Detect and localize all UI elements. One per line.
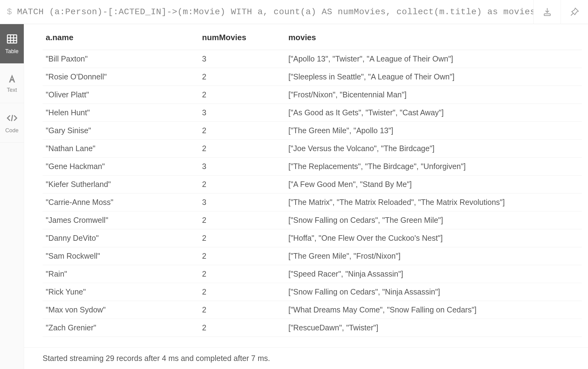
cell-name: "Carrie-Anne Moss" (43, 193, 199, 211)
cell-name: "Bill Paxton" (43, 50, 199, 68)
tab-table-label: Table (5, 48, 19, 55)
table-row[interactable]: "Nathan Lane"2["Joe Versus the Volcano",… (43, 140, 582, 158)
view-sidebar: Table Text Code (0, 24, 24, 369)
cell-movies: ["Joe Versus the Volcano", "The Birdcage… (285, 140, 582, 158)
cell-nummovies: 2 (199, 68, 285, 86)
cell-name: "Helen Hunt" (43, 104, 199, 122)
col-header-movies[interactable]: movies (285, 27, 582, 50)
cell-name: "Sam Rockwell" (43, 247, 199, 265)
col-header-nummovies[interactable]: numMovies (199, 27, 285, 50)
table-row[interactable]: "Carrie-Anne Moss"3["The Matrix", "The M… (43, 193, 582, 211)
col-header-name[interactable]: a.name (43, 27, 199, 50)
cell-movies: ["What Dreams May Come", "Snow Falling o… (285, 301, 582, 319)
query-string: MATCH (a:Person)-[:ACTED_IN]->(m:Movie) … (17, 7, 533, 17)
cell-name: "Rick Yune" (43, 283, 199, 301)
table-row[interactable]: "Sam Rockwell"2["The Green Mile", "Frost… (43, 247, 582, 265)
table-row[interactable]: "Rain"2["Speed Racer", "Ninja Assassin"] (43, 265, 582, 283)
table-row[interactable]: "Gary Sinise"2["The Green Mile", "Apollo… (43, 122, 582, 140)
cell-movies: ["Sleepless in Seattle", "A League of Th… (285, 68, 582, 86)
results-table-wrap: a.name numMovies movies "Bill Paxton"3["… (24, 24, 588, 347)
text-icon (7, 73, 17, 84)
query-text[interactable]: $ MATCH (a:Person)-[:ACTED_IN]->(m:Movie… (0, 7, 533, 17)
table-row[interactable]: "Gene Hackman"3["The Replacements", "The… (43, 158, 582, 176)
cell-nummovies: 2 (199, 176, 285, 193)
table-row[interactable]: "Zach Grenier"2["RescueDawn", "Twister"] (43, 319, 582, 337)
cell-nummovies: 2 (199, 122, 285, 140)
cell-name: "Nathan Lane" (43, 140, 199, 158)
cell-name: "Rosie O'Donnell" (43, 68, 199, 86)
cell-movies: ["Speed Racer", "Ninja Assassin"] (285, 265, 582, 283)
cell-movies: ["RescueDawn", "Twister"] (285, 319, 582, 337)
tab-table[interactable]: Table (0, 24, 24, 64)
cell-nummovies: 2 (199, 301, 285, 319)
cell-name: "Oliver Platt" (43, 86, 199, 104)
cell-movies: ["A Few Good Men", "Stand By Me"] (285, 176, 582, 193)
cell-movies: ["The Replacements", "The Birdcage", "Un… (285, 158, 582, 176)
tab-text[interactable]: Text (0, 64, 24, 103)
table-row[interactable]: "Kiefer Sutherland"2["A Few Good Men", "… (43, 176, 582, 193)
status-text: Started streaming 29 records after 4 ms … (43, 354, 270, 363)
cell-nummovies: 2 (199, 265, 285, 283)
svg-line-6 (11, 115, 12, 121)
cell-nummovies: 2 (199, 86, 285, 104)
tab-text-label: Text (7, 87, 17, 93)
cell-nummovies: 2 (199, 283, 285, 301)
prompt-symbol: $ (7, 7, 12, 17)
cell-name: "Kiefer Sutherland" (43, 176, 199, 193)
table-row[interactable]: "Rosie O'Donnell"2["Sleepless in Seattle… (43, 68, 582, 86)
cell-name: "Gary Sinise" (43, 122, 199, 140)
cell-nummovies: 2 (199, 229, 285, 247)
table-row[interactable]: "Rick Yune"2["Snow Falling on Cedars", "… (43, 283, 582, 301)
cell-movies: ["The Green Mile", "Frost/Nixon"] (285, 247, 582, 265)
cell-movies: ["Frost/Nixon", "Bicentennial Man"] (285, 86, 582, 104)
table-row[interactable]: "Oliver Platt"2["Frost/Nixon", "Bicenten… (43, 86, 582, 104)
cell-nummovies: 3 (199, 104, 285, 122)
cell-nummovies: 3 (199, 50, 285, 68)
export-button[interactable] (534, 0, 561, 24)
table-row[interactable]: "Danny DeVito"2["Hoffa", "One Flew Over … (43, 229, 582, 247)
cell-movies: ["Apollo 13", "Twister", "A League of Th… (285, 50, 582, 68)
cell-name: "Gene Hackman" (43, 158, 199, 176)
pin-button[interactable] (561, 0, 588, 24)
cell-movies: ["The Matrix", "The Matrix Reloaded", "T… (285, 193, 582, 211)
pin-icon (569, 7, 580, 17)
cell-name: "Zach Grenier" (43, 319, 199, 337)
cell-nummovies: 2 (199, 319, 285, 337)
table-row[interactable]: "Max von Sydow"2["What Dreams May Come",… (43, 301, 582, 319)
cell-movies: ["Snow Falling on Cedars", "The Green Mi… (285, 211, 582, 229)
cell-movies: ["The Green Mile", "Apollo 13"] (285, 122, 582, 140)
cell-name: "Danny DeVito" (43, 229, 199, 247)
cell-name: "Rain" (43, 265, 199, 283)
topbar-actions (533, 0, 588, 24)
download-icon (542, 7, 552, 17)
table-icon (6, 33, 18, 45)
cell-movies: ["Snow Falling on Cedars", "Ninja Assass… (285, 283, 582, 301)
cell-name: "Max von Sydow" (43, 301, 199, 319)
table-row[interactable]: "Bill Paxton"3["Apollo 13", "Twister", "… (43, 50, 582, 68)
svg-rect-0 (544, 14, 550, 15)
cell-nummovies: 3 (199, 193, 285, 211)
cell-nummovies: 3 (199, 158, 285, 176)
code-icon (6, 112, 18, 124)
tab-code[interactable]: Code (0, 103, 24, 143)
table-row[interactable]: "Helen Hunt"3["As Good as It Gets", "Twi… (43, 104, 582, 122)
tab-code-label: Code (5, 127, 19, 134)
cell-nummovies: 2 (199, 211, 285, 229)
table-body: "Bill Paxton"3["Apollo 13", "Twister", "… (43, 50, 582, 337)
cell-movies: ["Hoffa", "One Flew Over the Cuckoo's Ne… (285, 229, 582, 247)
table-row[interactable]: "James Cromwell"2["Snow Falling on Cedar… (43, 211, 582, 229)
query-bar: $ MATCH (a:Person)-[:ACTED_IN]->(m:Movie… (0, 0, 588, 24)
cell-movies: ["As Good as It Gets", "Twister", "Cast … (285, 104, 582, 122)
cell-name: "James Cromwell" (43, 211, 199, 229)
cell-nummovies: 2 (199, 247, 285, 265)
status-footer: Started streaming 29 records after 4 ms … (24, 347, 588, 369)
svg-rect-1 (7, 35, 17, 43)
results-table: a.name numMovies movies "Bill Paxton"3["… (43, 27, 582, 337)
table-header-row: a.name numMovies movies (43, 27, 582, 50)
cell-nummovies: 2 (199, 140, 285, 158)
